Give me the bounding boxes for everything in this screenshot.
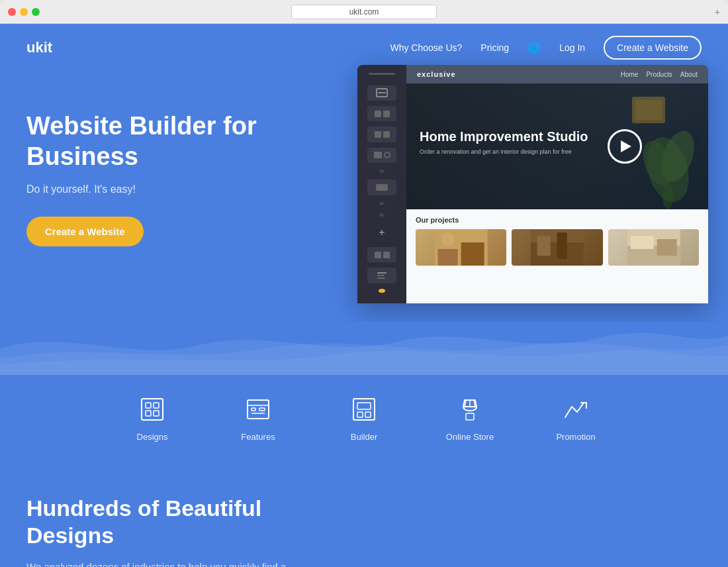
new-tab-icon[interactable]: +: [715, 7, 720, 17]
hero-title: Website Builder for Business: [26, 111, 291, 172]
svg-rect-35: [466, 413, 474, 420]
close-dot[interactable]: [8, 8, 16, 16]
svg-rect-21: [146, 411, 151, 416]
preview-window: +: [357, 65, 708, 303]
hero-text: Website Builder for Business Do it yours…: [26, 98, 291, 246]
browser-chrome: ukit.com +: [0, 0, 728, 24]
svg-rect-30: [357, 412, 363, 417]
sidebar-dot-1: [379, 170, 385, 173]
sidebar-dot-3: [379, 213, 385, 217]
svg-rect-20: [154, 403, 159, 408]
features-icon: [244, 395, 273, 424]
builder-icon: [349, 395, 379, 424]
feature-store-label: Online Store: [446, 432, 494, 442]
svg-rect-25: [251, 408, 255, 411]
browser-dots: [8, 8, 40, 16]
svg-rect-13: [557, 232, 567, 259]
preview-nav-links: Home Products About: [621, 71, 698, 78]
sidebar-block-4[interactable]: [367, 148, 396, 163]
svg-point-9: [441, 232, 455, 246]
svg-rect-18: [142, 399, 163, 420]
feature-store[interactable]: Online Store: [417, 395, 523, 442]
project-card-1: [416, 229, 506, 266]
designs-icon: [138, 395, 167, 424]
bottom-title: Hundreds of Beautiful Designs: [26, 495, 318, 549]
project-card-2: [512, 229, 602, 266]
features-section: Designs Features Builder: [0, 375, 728, 468]
preview-hero-subtitle: Order a renovation and get an interior d…: [420, 148, 588, 155]
wave-section: [0, 322, 728, 375]
play-button[interactable]: [608, 129, 642, 164]
preview-header: exclusive Home Products About: [406, 65, 708, 83]
sidebar-block-1[interactable]: [367, 85, 396, 101]
svg-rect-26: [259, 408, 265, 411]
preview-project-grid: [416, 229, 699, 266]
feature-designs[interactable]: Designs: [99, 395, 205, 442]
nav-pricing[interactable]: Pricing: [480, 42, 509, 53]
project-image-2: [512, 229, 602, 266]
svg-rect-7: [438, 249, 458, 266]
builder-sidebar: +: [357, 65, 406, 303]
feature-promotion-label: Promotion: [556, 432, 595, 442]
preview-content: exclusive Home Products About: [406, 65, 708, 303]
feature-builder[interactable]: Builder: [311, 395, 417, 442]
svg-rect-16: [630, 236, 653, 249]
nav-cta-button[interactable]: Create a Website: [604, 36, 702, 60]
globe-icon[interactable]: 🌐: [527, 42, 541, 54]
page-wrapper: ukit Why Choose Us? Pricing 🌐 Log In Cre…: [0, 24, 728, 567]
svg-rect-29: [357, 403, 371, 409]
feature-promotion[interactable]: Promotion: [523, 395, 629, 442]
feature-designs-label: Designs: [137, 432, 168, 442]
feature-builder-label: Builder: [351, 432, 377, 442]
promotion-icon: [561, 395, 590, 424]
svg-rect-12: [537, 236, 551, 256]
feature-features-label: Features: [241, 432, 275, 442]
hero-subtitle: Do it yourself. It's easy!: [26, 183, 291, 195]
svg-rect-31: [365, 412, 371, 417]
sidebar-active-dot: [379, 289, 385, 293]
sidebar-add-row[interactable]: +: [379, 223, 385, 242]
interior-deco: [629, 90, 668, 130]
preview-brand: exclusive: [417, 70, 456, 78]
sidebar-block-5[interactable]: [367, 180, 396, 195]
bottom-subtitle: We analyzed dozens of industries to help…: [26, 560, 304, 567]
wave-svg: [0, 322, 728, 375]
nav-why-choose[interactable]: Why Choose Us?: [390, 42, 462, 53]
svg-rect-8: [461, 242, 484, 266]
sidebar-block-6[interactable]: [367, 247, 396, 262]
project-card-3: [608, 229, 699, 266]
sidebar-block-2[interactable]: [367, 106, 396, 121]
sidebar-handle: [369, 73, 395, 75]
preview-projects: Our projects: [406, 209, 708, 303]
svg-rect-17: [657, 239, 676, 256]
preview-nav-products: Products: [646, 71, 672, 78]
nav-links: Why Choose Us? Pricing 🌐 Log In Create a…: [390, 36, 702, 60]
logo[interactable]: ukit: [26, 39, 52, 56]
hero-section: Website Builder for Business Do it yours…: [0, 72, 728, 323]
svg-rect-22: [154, 411, 159, 416]
preview-hero-text: Home Improvement Studio Order a renovati…: [420, 129, 588, 164]
url-text: ukit.com: [349, 7, 379, 17]
sidebar-block-3[interactable]: [367, 127, 396, 142]
project-image-1: [416, 229, 506, 266]
preview-nav-home: Home: [621, 71, 639, 78]
preview-hero-title: Home Improvement Studio: [420, 129, 588, 144]
hero-cta-button[interactable]: Create a Website: [26, 217, 144, 246]
svg-rect-23: [248, 400, 269, 419]
feature-features[interactable]: Features: [205, 395, 311, 442]
svg-rect-5: [635, 100, 662, 120]
play-icon: [621, 140, 631, 152]
project-image-3: [608, 229, 699, 266]
minimize-dot[interactable]: [20, 8, 28, 16]
nav-login[interactable]: Log In: [559, 42, 585, 53]
bottom-section: Hundreds of Beautiful Designs We analyze…: [0, 468, 728, 567]
sidebar-dot-2: [379, 202, 385, 205]
svg-rect-19: [146, 403, 151, 408]
preview-projects-title: Our projects: [416, 216, 699, 224]
preview-nav-about: About: [680, 71, 698, 78]
sidebar-block-7[interactable]: [367, 268, 396, 283]
maximize-dot[interactable]: [32, 8, 40, 16]
address-bar[interactable]: ukit.com: [291, 5, 437, 19]
preview-hero-image: Home Improvement Studio Order a renovati…: [406, 83, 708, 209]
store-icon: [455, 395, 484, 424]
